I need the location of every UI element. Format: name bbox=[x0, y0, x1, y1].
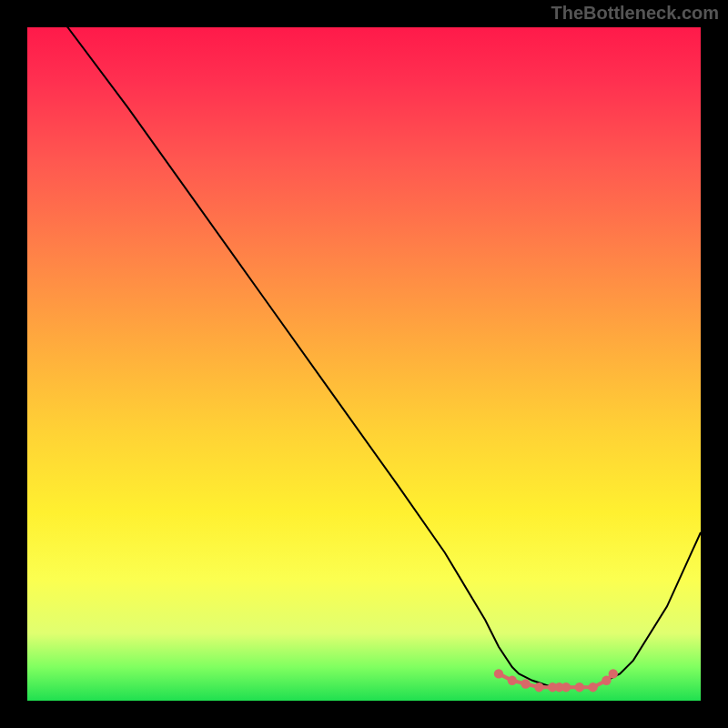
attribution-text: TheBottleneck.com bbox=[551, 3, 719, 24]
marker-point bbox=[508, 676, 517, 685]
marker-point bbox=[494, 669, 503, 678]
marker-point bbox=[521, 679, 530, 688]
marker-point bbox=[561, 682, 571, 692]
marker-group bbox=[494, 669, 618, 692]
marker-point bbox=[609, 669, 618, 678]
marker-point bbox=[575, 682, 584, 692]
curve-line bbox=[27, 27, 701, 687]
chart-plot-area bbox=[27, 27, 701, 701]
marker-point bbox=[602, 676, 611, 685]
marker-point bbox=[534, 682, 543, 692]
chart-svg bbox=[27, 27, 701, 701]
marker-point bbox=[588, 682, 597, 692]
